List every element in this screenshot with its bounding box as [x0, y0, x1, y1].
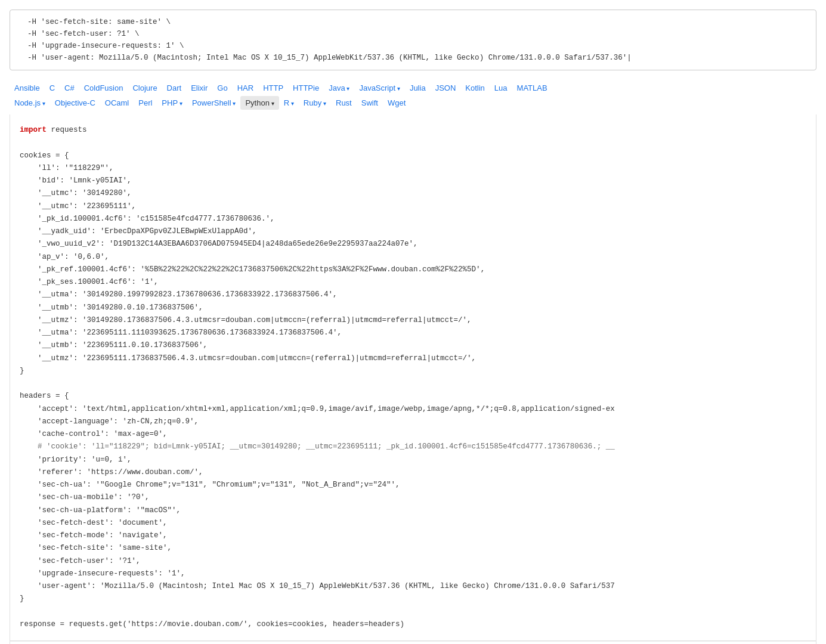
tab-julia[interactable]: Julia [405, 81, 431, 95]
code-line: 'sec-ch-ua-platform': '"macOS"', [20, 504, 806, 517]
tab-wget[interactable]: Wget [383, 96, 410, 110]
code-line: '_vwo_uuid_v2': 'D19D132C14A3EBAA6D3706A… [20, 238, 806, 250]
code-line: import requests [20, 124, 806, 137]
code-response-line: response = requests.get('https://movie.d… [20, 618, 806, 631]
code-line: '__utmc': '30149280', [20, 187, 806, 200]
code-line: cookies = { [20, 150, 806, 162]
tab-matlab[interactable]: MATLAB [512, 81, 552, 95]
code-line: 'sec-fetch-mode': 'navigate', [20, 530, 806, 542]
tab-clojure[interactable]: Clojure [128, 81, 162, 95]
code-line: '__utmz': '223695111.1736837506.4.3.utmc… [20, 352, 806, 365]
tab-nodejs[interactable]: Node.js [10, 96, 50, 110]
code-line: 'accept-language': 'zh-CN,zh;q=0.9', [20, 416, 806, 428]
code-line: '__utmb': '30149280.0.10.1736837506', [20, 302, 806, 314]
tab-har[interactable]: HAR [233, 81, 258, 95]
code-line: 'sec-fetch-site': 'same-site', [20, 542, 806, 555]
code-line: 'sec-fetch-user': '?1', [20, 555, 806, 568]
code-line: } [20, 593, 806, 605]
code-line: 'priority': 'u=0, i', [20, 454, 806, 466]
code-line: '__utmb': '223695111.0.10.1736837506', [20, 339, 806, 352]
tab-go[interactable]: Go [212, 81, 232, 95]
tab-javascript[interactable]: JavaScript [354, 81, 404, 95]
tab-java[interactable]: Java [324, 81, 354, 95]
code-line: headers = { [20, 390, 806, 402]
tab-csharp[interactable]: C# [60, 81, 79, 95]
code-line: '_pk_id.100001.4cf6': 'c151585e4fcd4777.… [20, 213, 806, 225]
code-blank [20, 377, 806, 390]
tab-rust[interactable]: Rust [331, 96, 357, 110]
code-line: '_pk_ref.100001.4cf6': '%5B%22%22%2C%22%… [20, 264, 806, 276]
code-line: 'sec-ch-ua': '"Google Chrome";v="131", "… [20, 479, 806, 491]
code-line: 'referer': 'https://www.douban.com/', [20, 466, 806, 479]
curl-line-2: -H 'sec-fetch-user: ?1' \ [18, 28, 808, 40]
code-line: } [20, 365, 806, 377]
code-blank [20, 137, 806, 149]
curl-line-4: -H 'user-agent: Mozilla/5.0 (Macintosh; … [18, 52, 808, 64]
code-line: 'bid': 'Lmnk-y05IAI', [20, 175, 806, 187]
comment-text: # 'cookie': 'll="118229"; bid=Lmnk-y05IA… [20, 442, 615, 451]
code-line: 'sec-ch-ua-mobile': '?0', [20, 491, 806, 504]
tab-powershell[interactable]: PowerShell [187, 96, 241, 110]
tab-objective-c[interactable]: Objective-C [50, 96, 100, 110]
tab-httppie[interactable]: HTTPie [288, 81, 324, 95]
code-line: 'cache-control': 'max-age=0', [20, 428, 806, 441]
tab-ocaml[interactable]: OCaml [100, 96, 134, 110]
curl-command-box: -H 'sec-fetch-site: same-site' \ -H 'sec… [10, 10, 816, 70]
code-line: 'accept': 'text/html,application/xhtml+x… [20, 403, 806, 416]
curl-line-1: -H 'sec-fetch-site: same-site' \ [18, 16, 808, 28]
tab-elixir[interactable]: Elixir [186, 81, 212, 95]
code-line: 'sec-fetch-dest': 'document', [20, 517, 806, 530]
code-line: '__utma': '223695111.1110393625.17367806… [20, 327, 806, 339]
code-line: 'll': '"118229"', [20, 162, 806, 175]
code-line: 'upgrade-insecure-requests': '1', [20, 568, 806, 580]
tab-python[interactable]: Python [240, 96, 279, 110]
tab-json[interactable]: JSON [431, 81, 461, 95]
tab-swift[interactable]: Swift [357, 96, 383, 110]
tab-ruby[interactable]: Ruby [299, 96, 331, 110]
tab-coldfusion[interactable]: ColdFusion [79, 81, 128, 95]
tab-ansible[interactable]: Ansible [10, 81, 45, 95]
copy-bar: Copy to clipboard [10, 641, 816, 644]
tab-lua[interactable]: Lua [490, 81, 512, 95]
code-line: '__yadk_uid': 'ErbecDpaXPGpv0ZJLEBwpWExU… [20, 225, 806, 238]
tab-php[interactable]: PHP [157, 96, 187, 110]
tab-kotlin[interactable]: Kotlin [460, 81, 490, 95]
tab-c[interactable]: C [45, 81, 60, 95]
code-block: import requests cookies = { 'll': '"1182… [10, 114, 816, 641]
code-line: 'user-agent': 'Mozilla/5.0 (Macintosh; I… [20, 580, 806, 593]
code-line: '__utmc': '223695111', [20, 200, 806, 213]
tab-r[interactable]: R [279, 96, 299, 110]
code-comment: # 'cookie': 'll="118229"; bid=Lmnk-y05IA… [20, 441, 806, 453]
code-blank [20, 606, 806, 618]
curl-line-3: -H 'upgrade-insecure-requests: 1' \ [18, 40, 808, 52]
tab-dart[interactable]: Dart [162, 81, 187, 95]
tab-http[interactable]: HTTP [258, 81, 288, 95]
code-line: 'ap_v': '0,6.0', [20, 251, 806, 264]
code-line: '_pk_ses.100001.4cf6': '1', [20, 276, 806, 289]
language-tabs: Ansible C C# ColdFusion Clojure Dart Eli… [10, 78, 816, 114]
code-line: '__utmz': '30149280.1736837506.4.3.utmcs… [20, 314, 806, 327]
lang-tabs-row1: Ansible C C# ColdFusion Clojure Dart Eli… [10, 81, 816, 95]
keyword-import: import [20, 126, 47, 134]
tab-perl[interactable]: Perl [134, 96, 157, 110]
lang-tabs-row2: Node.js Objective-C OCaml Perl PHP Power… [10, 96, 816, 110]
code-line: '__utma': '30149280.1997992823.173678063… [20, 289, 806, 301]
